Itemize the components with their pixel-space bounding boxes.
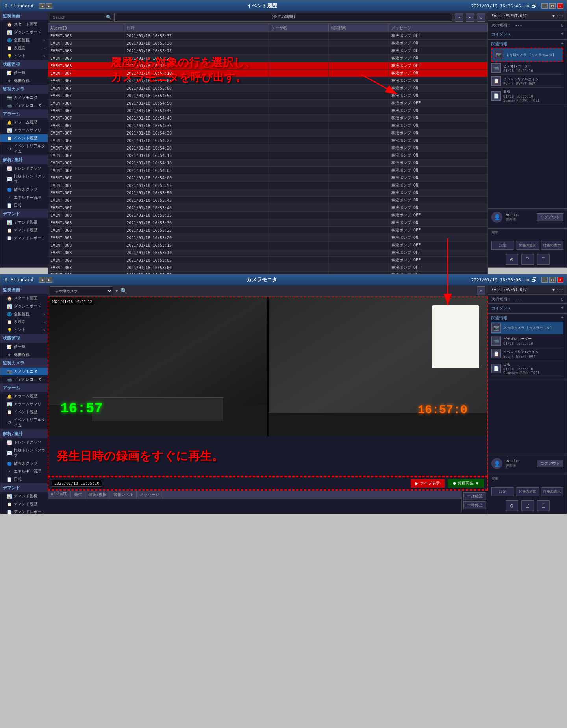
sidebar2-item-camera-monitor[interactable]: 📷 カメラモニタ	[0, 368, 48, 375]
related-camera-item[interactable]: 📷 ネカ録カメラ [カメラモニタ]	[491, 48, 563, 62]
sidebar-item-event-history[interactable]: 📋 イベント履歴	[0, 134, 48, 142]
table-row[interactable]: EVENT-007 2021/01/18 16:53:45 稼液ポンプ ON	[48, 197, 488, 204]
sidebar2-item-daily-report[interactable]: 📄 日報	[0, 475, 48, 483]
table-row[interactable]: EVENT-007 2021/01/18 16:54:45 稼液ポンプ ON	[48, 107, 488, 115]
sidebar2-item-zenkoku[interactable]: 🌐 全国監視	[0, 310, 48, 318]
related-camera-item-2[interactable]: 📷 ネカ録カメラ [カメラモニタ]	[491, 322, 563, 334]
add-guidance-btn-2[interactable]: +	[561, 305, 563, 311]
add-related-btn[interactable]: +	[561, 41, 563, 47]
add-note-btn[interactable]: 付箋の追加	[516, 241, 539, 250]
document-icon-btn-2[interactable]: 🗒	[537, 500, 550, 511]
table-row[interactable]: EVENT-008 2021/01/18 16:53:30 稼液ポンプ ON	[48, 219, 488, 227]
sidebar2-item-trend[interactable]: 📈 トレンドグラフ	[0, 438, 48, 446]
add-note-btn-2[interactable]: 付箋の追加	[516, 487, 539, 496]
sidebar2-item-demand-history[interactable]: 📋 デマンド履歴	[0, 500, 48, 508]
close-btn[interactable]: ✕	[557, 3, 563, 9]
table-row[interactable]: EVENT-007 2021/01/18 16:54:15 稼液ポンプ ON	[48, 152, 488, 159]
minimize-btn[interactable]: —	[541, 3, 548, 9]
sidebar2-item-compare-trend[interactable]: 📉 比較トレンドグラフ	[0, 446, 48, 460]
nav-forward-btn-2[interactable]: ►	[46, 277, 52, 283]
pause-btn-2[interactable]: 一時停止	[463, 501, 486, 509]
camera-search-icon[interactable]: 🔍	[120, 288, 127, 294]
sidebar2-item-video-recorder[interactable]: 📹 ビデオレコーダー	[0, 375, 48, 383]
table-row[interactable]: EVENT-007 2021/01/18 16:55:05 稼液ポンプ ON	[48, 77, 488, 85]
sidebar2-item-energy[interactable]: ⚡ エネルギー管理	[0, 467, 48, 475]
sidebar-item-energy[interactable]: ⚡ エネルギー管理	[0, 194, 48, 201]
sidebar-item-camera-monitor[interactable]: 📷 カメラモニタ	[0, 94, 48, 102]
refresh-icon-2[interactable]: ↻	[561, 297, 563, 302]
settings-label-btn[interactable]: 設定	[491, 241, 514, 250]
settings-btn[interactable]: ⚙	[477, 13, 485, 22]
sidebar-item-demand-history[interactable]: 📋 デマンド履歴	[0, 226, 48, 234]
related-video-item[interactable]: 📹 ビデオレコーダー 01/18 16:55:10	[491, 62, 563, 75]
table-row[interactable]: EVENT-007 2021/01/18 16:54:05 稼液ポンプ ON	[48, 167, 488, 174]
related-realtime-item-2[interactable]: 📋 イベントリアルタイム Event:EVENT-007	[491, 347, 563, 360]
record-playback-btn[interactable]: ⏺ 録画再生 ▼	[448, 479, 484, 488]
related-realtime-item[interactable]: 📋 イベントリアルタイム Event:EVENT-007	[491, 75, 563, 88]
table-row[interactable]: EVENT-008 2021/01/18 16:53:35 稼液ポンプ OFF	[48, 212, 488, 219]
sidebar-item-kadou[interactable]: ⚙ 稼働監視	[0, 77, 48, 85]
add-guidance-btn[interactable]: +	[561, 31, 563, 37]
table-row[interactable]: EVENT-008 2021/01/18 16:55:30 稼液ポンプ ON	[48, 40, 488, 47]
settings-icon-btn-2[interactable]: ⚙	[506, 500, 518, 511]
sidebar-item-ichiran[interactable]: 📝 値一覧	[0, 69, 48, 77]
prev-page-btn[interactable]: ◄	[455, 13, 463, 22]
table-row[interactable]: EVENT-007 2021/01/18 16:55:10 稼液ポンプ ON	[48, 70, 488, 77]
table-row[interactable]: EVENT-008 2021/01/18 16:53:20 稼液ポンプ ON	[48, 234, 488, 242]
sidebar2-item-demand-report[interactable]: 📄 デマンドレポート	[0, 508, 48, 514]
sidebar2-item-alarm-summary[interactable]: 📊 アラームサマリ	[0, 400, 48, 408]
live-view-btn[interactable]: ▶ ライブ表示	[411, 479, 445, 488]
settings-label-btn-2[interactable]: 設定	[491, 487, 514, 496]
nav-back-btn[interactable]: ◄	[39, 3, 45, 9]
sidebar-item-scatter[interactable]: 🔵 散布図グラフ	[0, 186, 48, 194]
table-row[interactable]: EVENT-008 2021/01/18 16:55:15 稼液ポンプ OFF	[48, 62, 488, 70]
next-page-btn[interactable]: ►	[466, 13, 474, 22]
sidebar-item-trend[interactable]: 📈 トレンドグラフ	[0, 164, 48, 172]
table-row[interactable]: EVENT-008 2021/01/18 16:53:00 稼液ポンプ OFF	[48, 264, 488, 272]
nav-back-btn-2[interactable]: ◄	[39, 277, 45, 283]
related-video-item-2[interactable]: 📹 ビデオレコーダー 01/18 16:55:10	[491, 334, 563, 347]
search-input[interactable]	[50, 13, 113, 22]
sidebar-item-compare-trend[interactable]: 📉 比較トレンドグラフ	[0, 172, 48, 186]
table-row[interactable]: EVENT-008 2021/01/18 16:55:20 稼液ポンプ ON	[48, 55, 488, 62]
sidebar-item-video-recorder[interactable]: 📹 ビデオレコーダー	[0, 102, 48, 109]
table-row[interactable]: EVENT-007 2021/01/18 16:54:30 稼液ポンプ ON	[48, 129, 488, 137]
minimize-btn-2[interactable]: —	[541, 277, 548, 283]
show-note-btn-2[interactable]: 付箋の表示	[541, 487, 563, 496]
table-row[interactable]: EVENT-008 2021/01/18 16:55:25 稼液ポンプ OFF	[48, 47, 488, 55]
table-row[interactable]: EVENT-008 2021/01/18 16:53:05 稼液ポンプ OFF	[48, 257, 488, 264]
refresh-icon[interactable]: ↻	[561, 23, 563, 28]
sidebar2-item-event-realtime[interactable]: ⏱ イベントリアルタイム	[0, 416, 48, 429]
sidebar2-item-scatter[interactable]: 🔵 散布図グラフ	[0, 460, 48, 467]
logout-btn[interactable]: ログアウト	[537, 213, 563, 221]
sidebar-item-start[interactable]: 🏠 スタート画面	[0, 20, 48, 28]
table-row[interactable]: EVENT-008 2021/01/18 16:53:10 稼液ポンプ OFF	[48, 249, 488, 257]
copy-icon-btn-2[interactable]: 🗋	[521, 500, 534, 511]
sidebar2-item-kadou[interactable]: ⚙ 稼働監視	[0, 351, 48, 358]
sidebar-item-alarm-history[interactable]: 🔔 アラーム履歴	[0, 118, 48, 126]
show-note-btn[interactable]: 付箋の表示	[541, 241, 563, 250]
sidebar-item-event-realtime[interactable]: ⏱ イベントリアルタイム	[0, 142, 48, 155]
table-row[interactable]: EVENT-007 2021/01/18 16:55:00 稼液ポンプ ON	[48, 85, 488, 92]
maximize-btn-2[interactable]: □	[549, 277, 556, 283]
sidebar2-item-hint[interactable]: 💡 ヒント	[0, 326, 48, 334]
table-row[interactable]: EVENT-007 2021/01/18 16:53:55 稼液ポンプ ON	[48, 182, 488, 189]
sidebar-item-alarm-summary[interactable]: 📊 アラームサマリ	[0, 126, 48, 134]
nav-forward-btn[interactable]: ►	[46, 3, 52, 9]
document-icon-btn[interactable]: 🗒	[537, 254, 550, 265]
sidebar-item-hint[interactable]: 💡 ヒント	[0, 52, 48, 60]
camera-settings-btn[interactable]: ⚙	[477, 286, 485, 295]
sidebar-item-zenkoku[interactable]: 🌐 全国監視	[0, 36, 48, 44]
sidebar2-item-keitou[interactable]: 📋 系統図	[0, 318, 48, 326]
table-row[interactable]: EVENT-007 2021/01/18 16:54:20 稼液ポンプ ON	[48, 144, 488, 152]
sidebar2-item-demand-monitor[interactable]: 📊 デマンド監視	[0, 492, 48, 500]
table-row[interactable]: EVENT-008 2021/01/18 16:53:25 稼液ポンプ OFF	[48, 227, 488, 234]
table-row[interactable]: EVENT-008 2021/01/18 16:55:35 稼液ポンプ OFF	[48, 32, 488, 40]
maximize-btn[interactable]: □	[549, 3, 556, 9]
table-row[interactable]: EVENT-007 2021/01/18 16:54:00 稼液ポンプ ON	[48, 174, 488, 182]
table-row[interactable]: EVENT-007 2021/01/18 16:54:25 稼液ポンプ ON	[48, 137, 488, 144]
sidebar2-item-start[interactable]: 🏠 スタート画面	[0, 294, 48, 302]
table-row[interactable]: EVENT-007 2021/01/18 16:53:40 稼液ポンプ ON	[48, 204, 488, 212]
copy-icon-btn[interactable]: 🗋	[521, 254, 534, 265]
sidebar-item-demand-monitor[interactable]: 📊 デマンド監視	[0, 218, 48, 226]
